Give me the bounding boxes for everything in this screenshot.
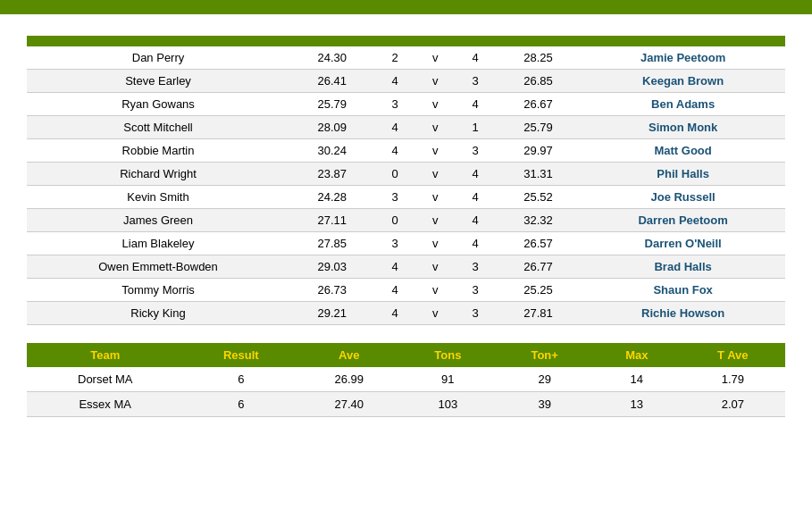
summary-table-header: Team Result Ave Tons Ton+ Max T Ave [27, 343, 785, 367]
table-row: Tommy Morris26.734v325.25Shaun Fox [27, 279, 785, 302]
score-right: 4 [455, 46, 496, 70]
vs-separator: v [415, 232, 455, 255]
ton-plus: 39 [496, 392, 593, 417]
right-player-name: Simon Monk [581, 116, 785, 139]
score-right: 4 [455, 163, 496, 186]
tons: 103 [399, 392, 496, 417]
col-score-right [455, 36, 496, 46]
score-left: 4 [374, 302, 415, 325]
ave: 26.99 [298, 367, 399, 392]
summary-col-result: Result [183, 343, 298, 367]
score-left: 3 [374, 186, 415, 209]
score-left: 2 [374, 46, 415, 70]
table-row: Owen Emmett-Bowden29.034v326.77Brad Hall… [27, 255, 785, 279]
max: 13 [593, 392, 681, 417]
table-row: Richard Wright23.870v431.31Phil Halls [27, 163, 785, 186]
table-row: James Green27.110v432.32Darren Peetoom [27, 209, 785, 232]
table-row: Dan Perry24.302v428.25Jamie Peetoom [27, 46, 785, 70]
ave: 27.40 [298, 392, 399, 417]
right-player-name: Jamie Peetoom [581, 46, 785, 70]
score-left: 4 [374, 279, 415, 302]
summary-col-team: Team [27, 343, 183, 367]
table-row: Steve Earley26.414v326.85Keegan Brown [27, 70, 785, 93]
right-player-name: Ben Adams [581, 93, 785, 116]
score-left: 4 [374, 139, 415, 163]
score-right: 3 [455, 70, 496, 93]
avg-left: 25.79 [289, 93, 374, 116]
avg-left: 27.11 [289, 209, 374, 232]
score-left: 4 [374, 116, 415, 139]
score-right: 3 [455, 139, 496, 163]
avg-right: 25.25 [496, 279, 581, 302]
left-player-name: Tommy Morris [27, 279, 289, 302]
col-avg-left [289, 36, 374, 46]
left-player-name: Ricky King [27, 302, 289, 325]
score-right: 4 [455, 209, 496, 232]
vs-separator: v [415, 209, 455, 232]
vs-separator: v [415, 302, 455, 325]
team-name: Essex MA [27, 392, 183, 417]
left-player-name: Dan Perry [27, 46, 289, 70]
result: 6 [183, 367, 298, 392]
left-player-name: Owen Emmett-Bowden [27, 255, 289, 279]
results-table: Dan Perry24.302v428.25Jamie PeetoomSteve… [27, 36, 785, 325]
avg-left: 26.41 [289, 70, 374, 93]
result: 6 [183, 392, 298, 417]
avg-right: 26.85 [496, 70, 581, 93]
vs-separator: v [415, 70, 455, 93]
summary-col-ave: Ave [298, 343, 399, 367]
col-avg-right [496, 36, 581, 46]
score-right: 4 [455, 93, 496, 116]
vs-separator: v [415, 255, 455, 279]
avg-left: 23.87 [289, 163, 374, 186]
score-left: 3 [374, 93, 415, 116]
table-row: Robbie Martin30.244v329.97Matt Good [27, 139, 785, 163]
avg-right: 27.81 [496, 302, 581, 325]
left-player-name: Ryan Gowans [27, 93, 289, 116]
right-player-name: Joe Russell [581, 186, 785, 209]
ton-plus: 29 [496, 367, 593, 392]
left-player-name: Richard Wright [27, 163, 289, 186]
avg-right: 25.79 [496, 116, 581, 139]
right-player-name: Richie Howson [581, 302, 785, 325]
vs-separator: v [415, 186, 455, 209]
table-row: Liam Blakeley27.853v426.57Darren O'Neill [27, 232, 785, 255]
avg-left: 29.21 [289, 302, 374, 325]
score-left: 0 [374, 209, 415, 232]
score-right: 3 [455, 302, 496, 325]
avg-left: 28.09 [289, 116, 374, 139]
t-ave: 2.07 [681, 392, 785, 417]
col-essex-ma [581, 36, 785, 46]
left-player-name: Liam Blakeley [27, 232, 289, 255]
avg-right: 26.67 [496, 93, 581, 116]
summary-col-tons: Tons [399, 343, 496, 367]
score-right: 3 [455, 255, 496, 279]
vs-separator: v [415, 46, 455, 70]
avg-right: 28.25 [496, 46, 581, 70]
avg-right: 32.32 [496, 209, 581, 232]
right-player-name: Brad Halls [581, 255, 785, 279]
col-score-header [415, 36, 455, 46]
right-player-name: Darren O'Neill [581, 232, 785, 255]
avg-right: 29.97 [496, 139, 581, 163]
results-table-header [27, 36, 785, 46]
score-left: 4 [374, 70, 415, 93]
avg-right: 26.57 [496, 232, 581, 255]
avg-left: 27.85 [289, 232, 374, 255]
avg-right: 25.52 [496, 186, 581, 209]
table-row: Kevin Smith24.283v425.52Joe Russell [27, 186, 785, 209]
avg-left: 24.28 [289, 186, 374, 209]
summary-col-max: Max [593, 343, 681, 367]
max: 14 [593, 367, 681, 392]
left-player-name: Scott Mitchell [27, 116, 289, 139]
left-player-name: Kevin Smith [27, 186, 289, 209]
score-left: 4 [374, 255, 415, 279]
avg-left: 29.03 [289, 255, 374, 279]
left-player-name: Robbie Martin [27, 139, 289, 163]
table-row: Scott Mitchell28.094v125.79Simon Monk [27, 116, 785, 139]
summary-row: Essex MA627.4010339132.07 [27, 392, 785, 417]
score-left: 3 [374, 232, 415, 255]
right-player-name: Shaun Fox [581, 279, 785, 302]
main-content: Dan Perry24.302v428.25Jamie PeetoomSteve… [0, 14, 812, 435]
summary-row: Dorset MA626.999129141.79 [27, 367, 785, 392]
